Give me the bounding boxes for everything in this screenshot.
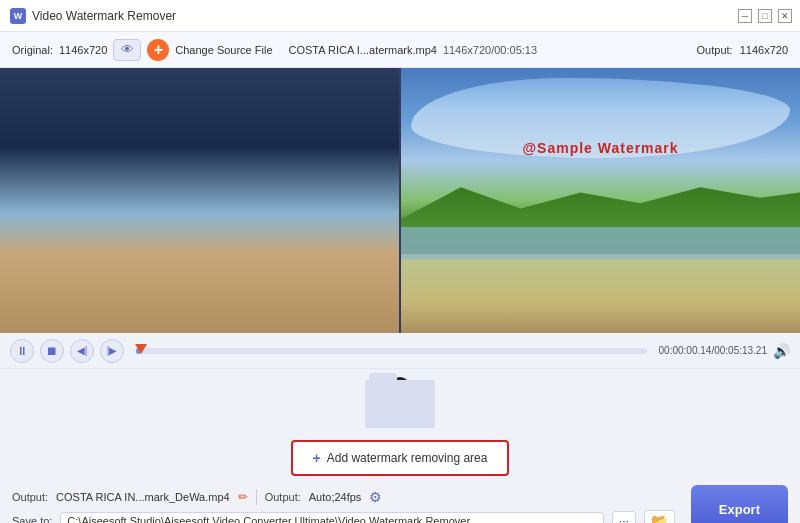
original-resolution: 1146x720 xyxy=(59,44,107,56)
add-plus-icon: + xyxy=(313,450,321,466)
file-meta: 1146x720/00:05:13 xyxy=(443,44,537,56)
folder-icon xyxy=(365,373,435,428)
video-area: @Sample Watermark xyxy=(0,68,800,333)
output-filename: COSTA RICA IN...mark_DeWa.mp4 xyxy=(56,491,230,503)
minimize-button[interactable]: ─ xyxy=(738,9,752,23)
settings-button[interactable]: ⚙ xyxy=(369,489,382,505)
add-source-button[interactable]: + xyxy=(147,39,169,61)
progress-marker xyxy=(135,344,147,354)
change-source-button[interactable]: Change Source File xyxy=(175,44,272,56)
folder-body xyxy=(365,380,435,428)
playback-bar: ⏸ ⏹ ◀| |▶ 00:00:00.14/00:05:13.21 🔊 xyxy=(0,333,800,369)
watermark-remove-section: 4 + Add watermark removing area xyxy=(0,369,800,479)
window-controls: ─ □ ✕ xyxy=(738,9,792,23)
time-display: 00:00:00.14/00:05:13.21 xyxy=(659,345,767,356)
eye-button[interactable]: 👁 xyxy=(113,39,141,61)
edit-output-button[interactable]: ✏ xyxy=(238,490,248,504)
left-preview-frame xyxy=(0,68,399,333)
export-button[interactable]: Export xyxy=(691,485,788,523)
bottom-area: Output: COSTA RICA IN...mark_DeWa.mp4 ✏ … xyxy=(0,479,800,523)
browse-button[interactable]: ··· xyxy=(612,511,636,523)
right-preview-frame: @Sample Watermark xyxy=(401,68,800,333)
video-preview-left xyxy=(0,68,399,333)
frame-back-button[interactable]: ◀| xyxy=(70,339,94,363)
drop-area: + Add watermark removing area xyxy=(291,373,510,476)
source-filename: COSTA RICA I...atermark.mp4 xyxy=(289,44,437,56)
watermark-overlay-text: @Sample Watermark xyxy=(522,140,678,156)
app-title: Video Watermark Remover xyxy=(32,9,176,23)
pause-icon: ⏸ xyxy=(16,344,28,358)
video-preview-right: @Sample Watermark xyxy=(401,68,800,333)
pause-button[interactable]: ⏸ xyxy=(10,339,34,363)
water-reflection xyxy=(401,227,800,259)
toolbar: Original: 1146x720 👁 + Change Source Fil… xyxy=(0,32,800,68)
plus-icon: + xyxy=(154,41,163,59)
bottom-left-panel: Output: COSTA RICA IN...mark_DeWa.mp4 ✏ … xyxy=(12,485,675,523)
output-settings-value: Auto;24fps xyxy=(309,491,362,503)
save-to-label: Save to: xyxy=(12,515,52,523)
original-label: Original: xyxy=(12,44,53,56)
frame-fwd-icon: |▶ xyxy=(107,345,118,356)
save-path-row: Save to: C:\Aiseesoft Studio\Aiseesoft V… xyxy=(12,509,675,523)
stop-button[interactable]: ⏹ xyxy=(40,339,64,363)
app-icon: W xyxy=(10,8,26,24)
beach-sand xyxy=(401,254,800,334)
volume-button[interactable]: 🔊 xyxy=(773,343,790,359)
title-bar: W Video Watermark Remover ─ □ ✕ xyxy=(0,0,800,32)
add-watermark-area-button[interactable]: + Add watermark removing area xyxy=(291,440,510,476)
frame-back-icon: ◀| xyxy=(77,345,88,356)
close-button[interactable]: ✕ xyxy=(778,9,792,23)
add-watermark-label: Add watermark removing area xyxy=(327,451,488,465)
eye-icon: 👁 xyxy=(121,42,134,57)
separator xyxy=(256,489,257,505)
frame-forward-button[interactable]: |▶ xyxy=(100,339,124,363)
output-row: Output: COSTA RICA IN...mark_DeWa.mp4 ✏ … xyxy=(12,485,675,509)
output-label-toolbar: Output: 1146x720 xyxy=(697,44,788,56)
open-folder-icon: 📂 xyxy=(651,513,668,523)
progress-bar[interactable] xyxy=(136,348,647,354)
maximize-button[interactable]: □ xyxy=(758,9,772,23)
save-path-display: C:\Aiseesoft Studio\Aiseesoft Video Conv… xyxy=(60,512,603,523)
output-label: Output: xyxy=(12,491,48,503)
output-settings-label: Output: xyxy=(265,491,301,503)
stop-icon: ⏹ xyxy=(46,344,58,358)
open-folder-button[interactable]: 📂 xyxy=(644,510,675,523)
